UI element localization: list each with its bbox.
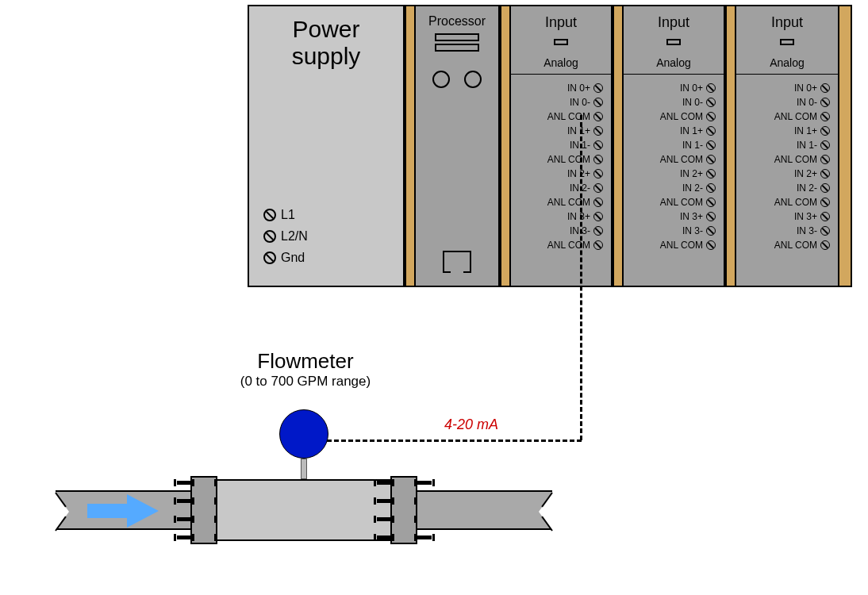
terminal-screw-icon xyxy=(263,230,276,243)
terminal-label: IN 2+ xyxy=(680,168,703,179)
terminal-row: ANL COM xyxy=(624,195,720,209)
terminal-label: IN 3+ xyxy=(680,211,703,222)
terminal-screw-icon xyxy=(706,226,716,236)
terminal-screw-icon xyxy=(820,126,830,136)
terminal-label: ANL COM xyxy=(660,154,703,165)
terminal-row: IN 0- xyxy=(511,95,608,109)
terminal-row: ANL COM xyxy=(511,238,608,252)
terminal-screw-icon xyxy=(263,209,276,221)
status-led-icon xyxy=(432,71,450,88)
terminal-screw-icon xyxy=(706,169,716,178)
terminal-screw-icon xyxy=(593,98,603,107)
terminal-row: IN 1- xyxy=(624,138,720,152)
terminal-label: IN 2- xyxy=(797,182,817,194)
terminal-row: IN 3+ xyxy=(624,209,720,224)
flow-arrow-icon xyxy=(87,494,159,528)
terminal-row: IN 1+ xyxy=(736,124,835,138)
terminal-screw-icon xyxy=(706,240,716,250)
terminal-screw-icon xyxy=(820,169,830,178)
terminal-row: ANL COM xyxy=(624,109,720,124)
rack-divider xyxy=(405,6,416,286)
terminal-l2n-label: L2/N xyxy=(281,229,308,243)
processor-slot-icon xyxy=(435,33,479,41)
terminal-label: ANL COM xyxy=(547,240,590,251)
terminal-screw-icon xyxy=(706,155,716,164)
terminal-row: ANL COM xyxy=(736,152,835,167)
terminal-label: IN 2+ xyxy=(794,168,817,179)
terminal-label: IN 0- xyxy=(570,97,590,108)
led-icon xyxy=(554,39,568,45)
rack-divider xyxy=(500,6,511,286)
terminal-row: IN 3- xyxy=(511,224,608,238)
terminal-row: IN 0- xyxy=(624,95,720,109)
terminal-row: IN 1- xyxy=(736,138,835,152)
terminal-row: ANL COM xyxy=(736,238,835,252)
terminal-row: IN 0+ xyxy=(511,81,608,95)
processor-module: Processor xyxy=(416,6,500,286)
terminal-screw-icon xyxy=(593,240,603,250)
status-led-icon xyxy=(464,71,482,88)
input-module-3: InputAnalogIN 0+IN 0-ANL COMIN 1+IN 1-AN… xyxy=(736,6,838,286)
flowmeter-body xyxy=(217,479,390,541)
flange-left xyxy=(190,476,217,544)
terminal-label: ANL COM xyxy=(774,154,817,165)
flange-bolts xyxy=(177,481,191,539)
terminal-row: IN 0+ xyxy=(624,81,720,95)
terminal-row: IN 0- xyxy=(736,95,835,109)
terminal-label: ANL COM xyxy=(660,197,703,208)
terminal-row: IN 3- xyxy=(736,224,835,238)
terminal-row: IN 3+ xyxy=(736,209,835,224)
terminal-label: IN 0+ xyxy=(794,83,817,94)
terminal-label: IN 0- xyxy=(797,97,817,108)
terminal-row: IN 1+ xyxy=(624,124,720,138)
terminal-screw-icon xyxy=(593,169,603,178)
terminal-screw-icon xyxy=(706,98,716,107)
terminal-screw-icon xyxy=(593,155,603,164)
terminal-screw-icon xyxy=(820,83,830,93)
terminal-screw-icon xyxy=(820,212,830,221)
terminal-label: ANL COM xyxy=(774,197,817,208)
terminal-screw-icon xyxy=(263,251,276,264)
power-supply-terminals: L1 L2/N Gnd xyxy=(263,208,308,271)
terminal-label: IN 1+ xyxy=(680,125,703,136)
power-supply-title: Power supply xyxy=(249,16,403,70)
rack-divider xyxy=(725,6,736,286)
terminal-l1-label: L1 xyxy=(281,208,295,221)
terminal-label: IN 1+ xyxy=(567,125,590,136)
led-icon xyxy=(666,39,681,45)
terminal-label: IN 3- xyxy=(797,225,817,236)
signal-wire-vertical xyxy=(580,115,582,440)
processor-title: Processor xyxy=(416,14,498,29)
terminal-row: ANL COM xyxy=(736,109,835,124)
terminal-row: ANL COM xyxy=(511,195,608,209)
terminal-row: IN 2- xyxy=(511,181,608,195)
terminal-row: ANL COM xyxy=(736,195,835,209)
terminal-label: IN 2+ xyxy=(567,168,590,179)
flowmeter-range: (0 to 700 GPM range) xyxy=(186,374,424,390)
terminal-label: IN 0+ xyxy=(567,83,590,94)
terminal-label: ANL COM xyxy=(774,240,817,251)
terminal-row: IN 3- xyxy=(624,224,720,238)
terminal-screw-icon xyxy=(593,126,603,136)
terminal-row: ANL COM xyxy=(511,109,608,124)
rack-divider xyxy=(613,6,624,286)
terminal-screw-icon xyxy=(593,83,603,93)
terminal-screw-icon xyxy=(706,198,716,207)
terminal-row: ANL COM xyxy=(624,152,720,167)
terminal-row: IN 1- xyxy=(511,138,608,152)
terminal-row: ANL COM xyxy=(511,152,608,167)
plc-rack: Power supply L1 L2/N Gnd Processor xyxy=(248,5,852,287)
input-module-subtitle: Analog xyxy=(511,56,611,69)
input-module-2: InputAnalogIN 0+IN 0-ANL COMIN 1+IN 1-AN… xyxy=(624,6,725,286)
terminal-row: IN 2+ xyxy=(511,167,608,181)
terminal-label: IN 2- xyxy=(682,182,703,194)
terminal-screw-icon xyxy=(820,98,830,107)
terminal-screw-icon xyxy=(706,212,716,221)
terminal-screw-icon xyxy=(820,155,830,164)
terminal-label: IN 1- xyxy=(682,140,703,151)
terminal-screw-icon xyxy=(820,198,830,207)
terminal-screw-icon xyxy=(593,140,603,150)
terminal-label: IN 0+ xyxy=(680,83,703,94)
plc-flowmeter-diagram: Power supply L1 L2/N Gnd Processor xyxy=(0,0,868,595)
input-module-title: Input xyxy=(624,14,724,31)
